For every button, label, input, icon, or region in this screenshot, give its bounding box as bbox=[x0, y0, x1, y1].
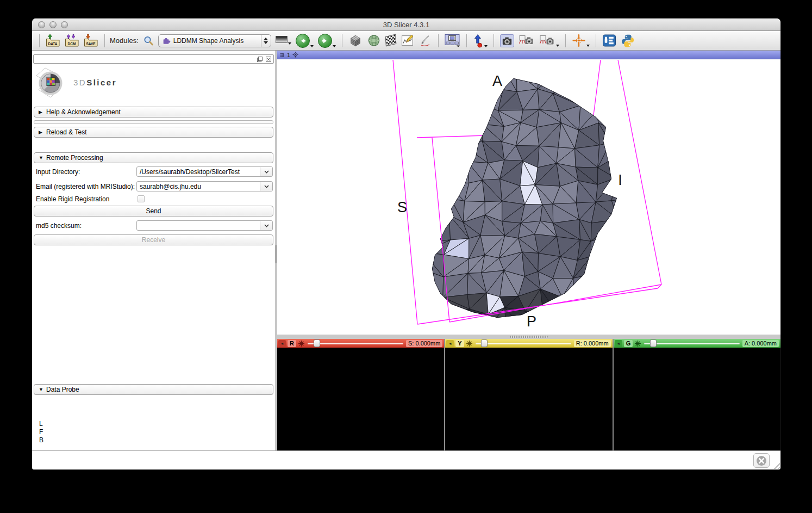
red-slice-viewport[interactable] bbox=[277, 348, 444, 450]
slider-handle[interactable] bbox=[481, 339, 488, 347]
transforms-button[interactable] bbox=[385, 35, 396, 46]
toolbar-separator bbox=[494, 34, 494, 47]
back-arrow-icon bbox=[296, 34, 310, 48]
yellow-slice-controller: ◄ Y R: 0.000mm bbox=[445, 339, 612, 348]
annotations-button[interactable] bbox=[419, 34, 432, 47]
slice-offset-slider[interactable] bbox=[643, 339, 740, 347]
resize-grip[interactable] bbox=[772, 461, 780, 469]
view-splitter[interactable] bbox=[277, 335, 780, 339]
section-help-acknowledgement[interactable]: ▶ Help & Acknowledgement bbox=[34, 107, 273, 118]
load-data-button[interactable]: DATA bbox=[46, 34, 60, 47]
module-search-button[interactable] bbox=[143, 35, 154, 46]
screenshot-button[interactable] bbox=[500, 34, 514, 47]
combo-dropdown-button[interactable] bbox=[260, 221, 272, 230]
section-data-probe[interactable]: ▼ Data Probe bbox=[34, 384, 273, 395]
view-crosshair-icon[interactable] bbox=[292, 52, 298, 58]
pin-button[interactable]: ◄ bbox=[278, 340, 286, 347]
module-selector-combobox[interactable]: LDDMM Shape Analysis bbox=[158, 34, 271, 47]
md5-checksum-combobox[interactable] bbox=[136, 220, 273, 231]
threed-view-header[interactable]: 1 bbox=[277, 51, 780, 59]
central-area: 3DSlicer ▶ Help & Acknowledgement ▶ Relo… bbox=[32, 51, 780, 450]
email-combobox[interactable]: saurabh@cis.jhu.edu bbox=[136, 181, 273, 191]
modules-label: Modules: bbox=[110, 36, 139, 45]
python-console-button[interactable] bbox=[621, 34, 635, 48]
scene-view-restore-button[interactable] bbox=[539, 34, 559, 47]
slice-offset-slider[interactable] bbox=[307, 339, 404, 347]
send-button[interactable]: Send bbox=[34, 206, 273, 217]
navigate-back-button[interactable] bbox=[296, 34, 314, 48]
close-panel-icon[interactable] bbox=[265, 56, 272, 63]
models-button[interactable] bbox=[367, 34, 381, 47]
save-button[interactable]: SAVE bbox=[84, 34, 98, 47]
slice-views-row: ◄ R S: 0.000mm bbox=[277, 339, 780, 450]
md5-checksum-label: md5 checksum: bbox=[36, 222, 82, 230]
navigate-forward-button[interactable] bbox=[318, 34, 336, 48]
slicer-logo-text: 3DSlicer bbox=[73, 78, 117, 87]
pin-icon[interactable] bbox=[279, 52, 285, 58]
volumes-button[interactable] bbox=[348, 34, 363, 47]
search-icon bbox=[143, 35, 154, 46]
slider-handle[interactable] bbox=[314, 339, 320, 347]
layout-selector-button[interactable] bbox=[445, 34, 460, 47]
slice-star-icon[interactable] bbox=[466, 340, 473, 347]
pin-button[interactable]: ◄ bbox=[446, 340, 454, 347]
dicom-button[interactable]: DCM bbox=[65, 34, 79, 47]
checker-plane-icon bbox=[385, 34, 396, 46]
crosshair-button[interactable] bbox=[572, 34, 590, 47]
slice-offset-readout: A: 0.000mm bbox=[742, 340, 779, 347]
close-window-button[interactable] bbox=[38, 21, 45, 28]
slider-track[interactable] bbox=[644, 343, 739, 344]
float-panel-icon[interactable] bbox=[257, 56, 263, 63]
input-directory-combobox[interactable]: /Users/saurabh/Desktop/SlicerTest bbox=[136, 166, 273, 177]
slider-track[interactable] bbox=[308, 343, 403, 344]
minimize-window-button[interactable] bbox=[49, 21, 57, 28]
slice-offset-slider[interactable] bbox=[474, 339, 572, 347]
scene-view-camera-icon bbox=[539, 34, 555, 47]
cube-icon bbox=[348, 34, 363, 47]
load-data-folder-icon: DATA bbox=[46, 34, 60, 47]
error-log-button[interactable] bbox=[753, 453, 770, 468]
view-area: 1 ASIP ◄ R bbox=[277, 51, 780, 450]
module-selected-value: LDDMM Shape Analysis bbox=[173, 37, 261, 45]
slice-star-icon[interactable] bbox=[298, 340, 305, 347]
title-bar[interactable]: 3D Slicer 4.3.1 bbox=[32, 18, 780, 31]
slice-offset-readout: S: 0.000mm bbox=[406, 340, 442, 347]
extensions-manager-button[interactable] bbox=[602, 34, 616, 47]
receive-button[interactable]: Receive bbox=[34, 234, 273, 245]
dropdown-caret-icon bbox=[333, 45, 336, 47]
status-bar bbox=[32, 450, 780, 469]
window-title: 3D Slicer 4.3.1 bbox=[383, 21, 429, 29]
probe-axis-b: B bbox=[39, 436, 275, 444]
yellow-slice-viewport[interactable] bbox=[445, 348, 612, 450]
slice-star-icon[interactable] bbox=[634, 340, 641, 347]
splitter-grip[interactable] bbox=[510, 336, 548, 338]
traffic-lights bbox=[38, 21, 68, 28]
green-slice-viewport[interactable] bbox=[614, 348, 780, 450]
dicom-folder-icon: DCM bbox=[65, 34, 79, 47]
section-reload-test[interactable]: ▶ Reload & Test bbox=[34, 127, 273, 138]
section-remote-processing[interactable]: ▼ Remote Processing bbox=[34, 152, 273, 163]
puzzle-icon bbox=[162, 36, 171, 45]
combo-dropdown-button[interactable] bbox=[260, 167, 272, 176]
yellow-slice-view: ◄ Y R: 0.000mm bbox=[445, 339, 612, 450]
slicer-window: 3D Slicer 4.3.1 DATA DCM SAVE bbox=[32, 18, 780, 469]
scene-view-capture-button[interactable] bbox=[519, 34, 535, 47]
toolbar-separator bbox=[104, 34, 105, 47]
data-probe-readout: L F B bbox=[32, 395, 275, 450]
threed-viewport[interactable]: ASIP bbox=[277, 59, 780, 335]
rigid-registration-checkbox[interactable] bbox=[138, 195, 145, 202]
probe-axis-f: F bbox=[39, 428, 275, 436]
dropdown-caret-icon bbox=[310, 45, 314, 47]
editor-button[interactable] bbox=[401, 34, 415, 47]
zoom-window-button[interactable] bbox=[61, 21, 68, 28]
pin-button[interactable]: ◄ bbox=[615, 340, 622, 347]
module-panel: 3DSlicer ▶ Help & Acknowledgement ▶ Relo… bbox=[32, 51, 275, 450]
combo-dropdown-button[interactable] bbox=[260, 182, 272, 191]
email-row: Email (registered with MRIStudio): saura… bbox=[34, 181, 273, 191]
panel-dock-titlebar[interactable] bbox=[33, 54, 274, 64]
slider-track[interactable] bbox=[476, 343, 571, 344]
place-fiducial-button[interactable] bbox=[473, 34, 488, 48]
module-stepper[interactable] bbox=[261, 35, 271, 47]
module-history-button[interactable] bbox=[276, 36, 291, 45]
slider-handle[interactable] bbox=[650, 339, 657, 347]
